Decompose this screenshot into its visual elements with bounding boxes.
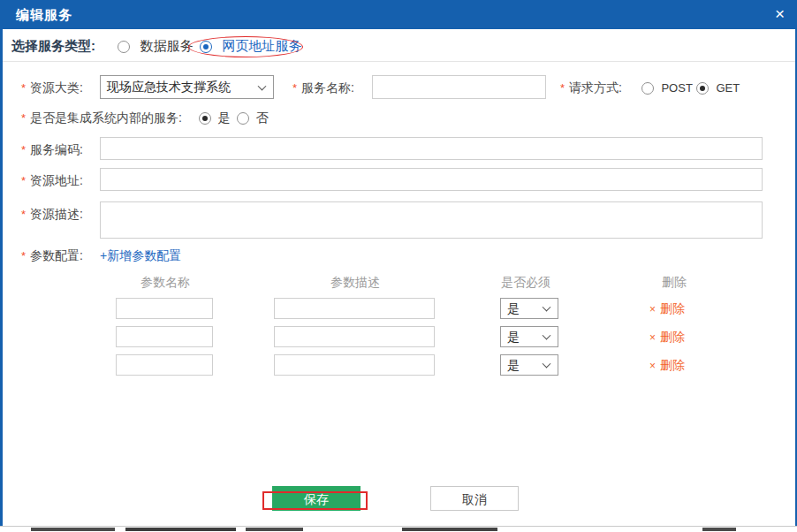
- add-param-link[interactable]: +新增参数配置: [100, 248, 181, 264]
- param-required-value: 是: [507, 299, 520, 318]
- param-config-label: *参数配置:: [21, 248, 83, 264]
- delete-param-link[interactable]: ×删除: [649, 330, 685, 346]
- cancel-button[interactable]: 取消: [430, 486, 519, 511]
- radio-no[interactable]: 否: [237, 110, 268, 126]
- radio-get[interactable]: GET: [696, 80, 740, 95]
- resource-description-label: *资源描述:: [21, 207, 83, 223]
- delete-x-icon: ×: [649, 303, 656, 315]
- service-name-input[interactable]: [372, 75, 546, 99]
- chevron-down-icon: [543, 360, 551, 369]
- radio-unchecked-icon: [118, 41, 130, 53]
- resource-category-select[interactable]: 现场应急技术支撑系统: [100, 75, 274, 99]
- chevron-down-icon: [543, 331, 551, 340]
- param-desc-input[interactable]: [274, 298, 435, 319]
- param-name-input[interactable]: [116, 298, 213, 319]
- window-bottom-border: [0, 526, 797, 527]
- service-name-label: *服务名称:: [292, 80, 354, 96]
- param-name-input[interactable]: [116, 326, 213, 347]
- internal-service-label: *是否是集成系统内部的服务:: [21, 110, 182, 126]
- radio-unchecked-icon: [237, 112, 249, 125]
- background-sliver: [125, 528, 236, 531]
- param-required-select[interactable]: 是: [500, 354, 558, 376]
- param-name-input[interactable]: [116, 354, 213, 376]
- dialog-titlebar: 编辑服务 ×: [0, 0, 797, 29]
- service-code-label: *服务编码:: [21, 142, 83, 158]
- param-required-header: 是否必须: [501, 275, 550, 291]
- resource-address-label: *资源地址:: [21, 173, 83, 189]
- radio-unchecked-icon: [641, 82, 654, 95]
- radio-yes-label: 是: [217, 110, 230, 125]
- radio-no-label: 否: [255, 110, 268, 125]
- radio-post-label: POST: [661, 81, 692, 95]
- radio-checked-icon: [696, 82, 709, 95]
- request-method-label: *请求方式:: [560, 80, 622, 96]
- dialog-title: 编辑服务: [16, 0, 72, 29]
- delete-param-link[interactable]: ×删除: [649, 301, 685, 317]
- radio-get-label: GET: [716, 81, 740, 95]
- radio-yes[interactable]: 是: [199, 110, 230, 126]
- background-sliver: [31, 528, 115, 531]
- resource-description-textarea[interactable]: [100, 201, 763, 239]
- background-sliver: [402, 528, 497, 531]
- param-desc-header: 参数描述: [330, 275, 380, 291]
- param-desc-input[interactable]: [274, 354, 435, 376]
- param-desc-input[interactable]: [274, 326, 435, 347]
- radio-web-service-label: 网页地址服务: [222, 38, 301, 53]
- edit-service-dialog: 编辑服务 × 选择服务类型: 数据服务 网页地址服务 *资源大类: 现场应急技术…: [0, 0, 797, 532]
- background-sliver: [702, 528, 736, 531]
- resource-address-input[interactable]: [100, 168, 763, 191]
- radio-web-service[interactable]: 网页地址服务: [200, 38, 301, 55]
- service-type-row: 选择服务类型: 数据服务 网页地址服务: [3, 29, 795, 62]
- resource-category-label: *资源大类:: [21, 80, 83, 96]
- radio-post[interactable]: POST: [641, 80, 693, 95]
- close-icon[interactable]: ×: [775, 0, 785, 27]
- save-button[interactable]: 保存: [272, 486, 361, 511]
- chevron-down-icon: [258, 81, 267, 90]
- delete-x-icon: ×: [649, 331, 656, 344]
- service-code-input[interactable]: [100, 137, 763, 160]
- chevron-down-icon: [543, 303, 551, 312]
- radio-data-service-label: 数据服务: [140, 38, 193, 53]
- param-name-header: 参数名称: [140, 275, 190, 291]
- service-type-label: 选择服务类型:: [11, 29, 95, 62]
- param-required-value: 是: [507, 327, 520, 346]
- delete-param-link[interactable]: ×删除: [649, 358, 685, 374]
- param-required-value: 是: [507, 355, 520, 375]
- param-required-select[interactable]: 是: [500, 326, 558, 347]
- param-required-select[interactable]: 是: [500, 298, 558, 319]
- radio-checked-icon: [200, 41, 212, 53]
- radio-checked-icon: [199, 112, 211, 125]
- background-sliver: [246, 528, 303, 531]
- param-delete-header: 删除: [662, 275, 687, 291]
- delete-x-icon: ×: [649, 360, 656, 372]
- radio-data-service[interactable]: 数据服务: [118, 38, 193, 55]
- window-left-border: [0, 29, 3, 526]
- resource-category-value: 现场应急技术支撑系统: [107, 76, 231, 98]
